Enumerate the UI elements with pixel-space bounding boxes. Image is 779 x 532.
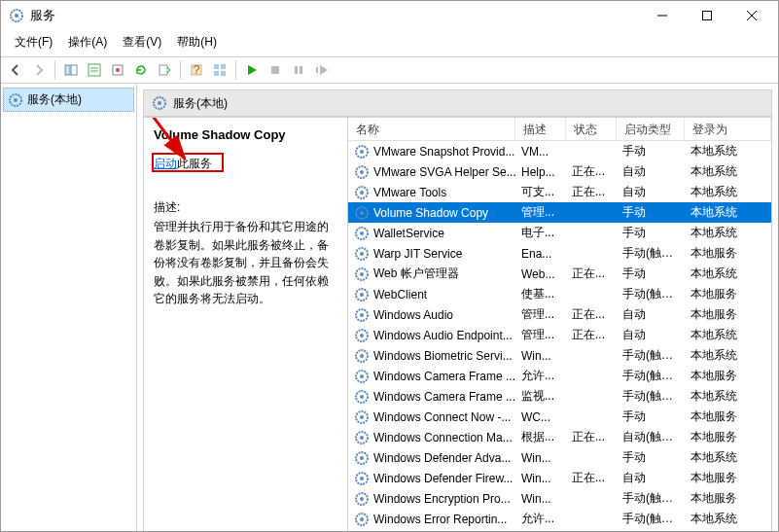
detail-title: Volume Shadow Copy bbox=[154, 127, 337, 142]
service-name: WalletService bbox=[373, 227, 444, 240]
gear-icon bbox=[354, 266, 370, 282]
large-icons-button[interactable] bbox=[209, 59, 230, 81]
col-status[interactable]: 状态 bbox=[566, 118, 617, 140]
svg-point-60 bbox=[360, 456, 364, 460]
table-row[interactable]: Windows Biometric Servi...Win...手动(触发...… bbox=[348, 345, 771, 366]
table-row[interactable]: Windows Defender Adva...Win...手动本地系统 bbox=[348, 447, 771, 468]
menu-help[interactable]: 帮助(H) bbox=[169, 32, 225, 53]
svg-text:?: ? bbox=[194, 63, 200, 77]
service-name: Windows Defender Firew... bbox=[373, 472, 513, 485]
service-logon: 本地服务 bbox=[685, 286, 771, 302]
table-row[interactable]: Windows Encryption Pro...Win...手动(触发...本… bbox=[348, 488, 771, 509]
table-row[interactable]: Volume Shadow Copy管理...手动本地系统 bbox=[348, 202, 771, 223]
menu-view[interactable]: 查看(V) bbox=[115, 32, 169, 53]
table-row[interactable]: WebClient使基...手动(触发...本地服务 bbox=[348, 284, 771, 304]
service-logon: 本地服务 bbox=[685, 368, 771, 384]
start-service-link[interactable]: 启动 bbox=[154, 157, 177, 170]
service-name: VMware SVGA Helper Se... bbox=[373, 165, 515, 179]
table-row[interactable]: WalletService电子...手动本地系统 bbox=[348, 223, 771, 243]
service-desc: 电子... bbox=[515, 225, 566, 241]
service-name: Warp JIT Service bbox=[373, 247, 462, 261]
help-button[interactable]: ? bbox=[186, 59, 207, 81]
close-button[interactable] bbox=[729, 1, 774, 30]
maximize-button[interactable] bbox=[685, 1, 729, 30]
service-desc: 管理... bbox=[515, 327, 566, 343]
properties-button[interactable] bbox=[84, 59, 105, 81]
service-status: 正在... bbox=[566, 184, 617, 200]
svg-rect-7 bbox=[71, 65, 77, 75]
refresh-button[interactable] bbox=[130, 59, 152, 81]
service-starttype: 自动(触发... bbox=[617, 429, 685, 445]
service-desc: 管理... bbox=[515, 204, 566, 221]
back-button[interactable] bbox=[5, 59, 26, 81]
pause-service-button[interactable] bbox=[288, 59, 309, 81]
gear-icon bbox=[354, 348, 370, 364]
table-row[interactable]: Windows Connect Now -...WC...手动本地服务 bbox=[348, 407, 771, 427]
service-logon: 本地系统 bbox=[685, 143, 771, 160]
service-starttype: 手动(触发... bbox=[617, 347, 685, 364]
gear-icon bbox=[354, 512, 370, 527]
desc-label: 描述: bbox=[154, 199, 337, 216]
service-logon: 本地系统 bbox=[685, 184, 771, 200]
service-starttype: 手动 bbox=[617, 408, 685, 425]
svg-point-25 bbox=[14, 98, 18, 102]
restart-service-button[interactable] bbox=[311, 59, 333, 81]
export-button[interactable] bbox=[107, 59, 128, 81]
service-status: 正在... bbox=[566, 470, 617, 486]
forward-button[interactable] bbox=[28, 59, 50, 81]
col-name[interactable]: 名称 bbox=[348, 118, 515, 140]
svg-point-50 bbox=[360, 354, 364, 358]
table-row[interactable]: VMware Tools可支...正在...自动本地系统 bbox=[348, 182, 771, 202]
service-status: 正在... bbox=[566, 327, 617, 343]
table-row[interactable]: Windows Camera Frame ...允许...手动(触发...本地服… bbox=[348, 366, 771, 386]
service-logon: 本地服务 bbox=[685, 490, 771, 507]
table-row[interactable]: Windows Audio Endpoint...管理...正在...自动本地系… bbox=[348, 325, 771, 345]
table-body[interactable]: VMware Snapshot Provid...VM...手动本地系统VMwa… bbox=[348, 141, 771, 532]
svg-point-52 bbox=[360, 374, 364, 378]
svg-rect-6 bbox=[65, 65, 70, 75]
table-row[interactable]: Windows Defender Firew...Win...正在...自动本地… bbox=[348, 468, 771, 488]
svg-point-56 bbox=[360, 415, 364, 419]
table-row[interactable]: Windows Audio管理...正在...自动本地服务 bbox=[348, 304, 771, 325]
col-logon[interactable]: 登录为 bbox=[685, 118, 771, 140]
table-row[interactable]: VMware SVGA Helper Se...Help...正在...自动本地… bbox=[348, 161, 771, 182]
right-header-label: 服务(本地) bbox=[173, 95, 228, 112]
desc-body: 管理并执行用于备份和其它用途的卷影复制。如果此服务被终止，备份将没有卷影复制，并… bbox=[154, 218, 337, 308]
gear-icon bbox=[354, 205, 370, 221]
service-name: Volume Shadow Copy bbox=[373, 206, 488, 220]
services-icon bbox=[8, 92, 23, 108]
table-row[interactable]: Windows Connection Ma...根据...正在...自动(触发.… bbox=[348, 427, 771, 447]
gear-icon bbox=[354, 185, 370, 200]
service-starttype: 手动(触发... bbox=[617, 511, 685, 527]
service-starttype: 手动 bbox=[617, 449, 685, 466]
start-service-button[interactable] bbox=[241, 59, 263, 81]
service-name: Windows Connect Now -... bbox=[373, 410, 511, 424]
menu-file[interactable]: 文件(F) bbox=[7, 32, 60, 53]
content: 服务(本地) 服务(本地) Volume Shadow Copy 启动此服务 描… bbox=[1, 84, 778, 532]
service-name: Windows Error Reportin... bbox=[373, 513, 507, 526]
table-row[interactable]: VMware Snapshot Provid...VM...手动本地系统 bbox=[348, 141, 771, 161]
table-row[interactable]: Web 帐户管理器Web...正在...手动本地系统 bbox=[348, 264, 771, 284]
service-desc: Ena... bbox=[515, 247, 566, 261]
minimize-button[interactable] bbox=[640, 1, 685, 30]
table-row[interactable]: Windows Error Reportin...允许...手动(触发...本地… bbox=[348, 509, 771, 529]
table-row[interactable]: Warp JIT ServiceEna...手动(触发...本地服务 bbox=[348, 243, 771, 264]
services-table: 名称 描述 状态 启动类型 登录为 VMware Snapshot Provid… bbox=[348, 118, 771, 532]
export-list-button[interactable] bbox=[154, 59, 175, 81]
svg-rect-3 bbox=[703, 12, 712, 20]
col-desc[interactable]: 描述 bbox=[515, 118, 566, 140]
service-desc: 根据... bbox=[515, 429, 566, 445]
menu-action[interactable]: 操作(A) bbox=[60, 32, 115, 53]
stop-service-button[interactable] bbox=[265, 59, 286, 81]
gear-icon bbox=[354, 471, 370, 486]
col-starttype[interactable]: 启动类型 bbox=[617, 118, 685, 140]
service-name: Windows Camera Frame ... bbox=[373, 390, 515, 404]
service-desc: Win... bbox=[515, 451, 566, 465]
table-row[interactable]: Windows Camera Frame ...监视...手动(触发...本地系… bbox=[348, 386, 771, 407]
svg-rect-21 bbox=[295, 66, 298, 74]
right-header: 服务(本地) bbox=[143, 89, 772, 117]
service-desc: 监视... bbox=[515, 388, 566, 405]
show-hide-button[interactable] bbox=[60, 59, 82, 81]
tree-item-services[interactable]: 服务(本地) bbox=[3, 88, 134, 112]
right-panel: 服务(本地) Volume Shadow Copy 启动此服务 描述: 管理并执… bbox=[137, 84, 778, 532]
